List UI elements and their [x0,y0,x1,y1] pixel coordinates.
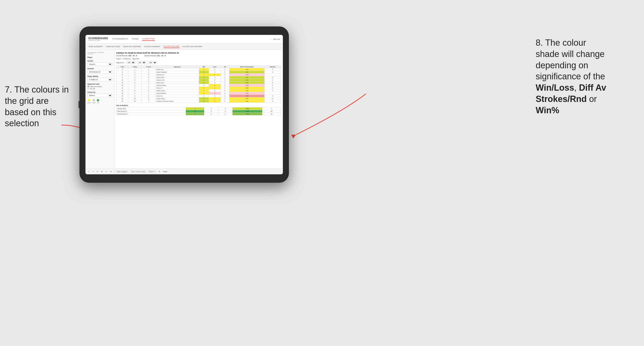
table-row: 1152Heejo Hyun1003.333 [116,82,281,84]
add-button[interactable]: ⊕ [110,171,112,173]
logo-sub: Powered by clippd [88,40,108,41]
tab-player-h2h-grid[interactable]: PLAYER H2H GRID [164,45,180,48]
colour-by-select[interactable]: Win/loss [88,94,112,97]
table-cell: 3 [141,74,156,76]
division-select[interactable]: NCAA Division III [88,70,112,74]
table-cell: 0 [209,95,221,97]
legend-level-label: Level [92,102,95,103]
share-button[interactable]: Share [162,171,168,173]
table-cell: 11 [116,82,128,84]
table-cell: Sharon Mun [156,76,199,79]
player-rank-select[interactable]: 8. Katelyn Vo [88,78,112,81]
filter-region: Region [116,58,121,60]
tab-team-h2h-heatmap[interactable]: TEAM H2H HEATMAP [123,45,141,48]
table-row: 1311Jessica Huang010-3.002 [116,84,281,87]
gender-select[interactable]: Women's [88,62,112,66]
toolbar: ↩ ↪ ⟳ ⊞ ✂· ⊕ View: Original Save Custom … [86,169,283,174]
table-cell: 0 [204,108,218,110]
table-cell: 0 [209,79,221,82]
table-row: 20117Federica Domecq Lacroze2101.336 [116,100,281,103]
legend-down-circle [88,99,90,101]
annotation-left-text: 7. The colours in the grid are based on … [5,85,68,128]
radio-top100[interactable]: Top 100 [88,88,112,89]
table-cell: 3.67 [230,76,264,79]
col-win: Win [199,66,209,68]
tablet-screen: SCOREBOARD Powered by clippd TOURNAMENTS… [86,35,283,174]
grid-button[interactable]: ⊞ [100,171,103,173]
opponent-filter-select[interactable]: (All) [148,61,157,64]
h2h-table: # Div # Reg # Conf Opponent Win Loss Tie… [116,65,281,103]
player-section: Player [88,56,112,58]
undo-button[interactable]: ↩ [88,171,90,173]
filter-conference: Conference [123,58,131,60]
watch-button[interactable]: Watch ▾ [148,170,156,173]
cut-button[interactable]: ✂· [105,171,108,173]
tab-team-h2h-grid[interactable]: TEAM H2H GRID [106,45,120,48]
bold-win-loss: Win/Loss [536,83,574,93]
out-of-division-table: Foreign Team1004.5002NAIA Division 11500… [116,107,281,115]
table-cell: 1 [220,68,229,71]
table-cell: 7 [141,100,156,103]
table-cell: 15 [186,110,204,113]
legend-level-circle [93,99,95,101]
table-cell: -1.00 [230,74,264,76]
table-cell: 2 [141,95,156,97]
table-cell: NAIA Division 1 [116,110,186,113]
division-section: Division NCAA Division III [88,68,112,74]
table-cell: 1 [199,82,209,84]
nav-committee[interactable]: COMMITTEE [142,37,155,41]
table-cell: 6 [128,79,141,82]
table-row: 1063Andrea York2004.004 [116,79,281,82]
table-cell: 4 [264,89,281,92]
table-cell: 9 [264,87,281,89]
content-area: Katelyn Vo Head-to-Head Grid for Women's… [114,50,283,169]
settings-button[interactable]: ⚙ [158,171,161,173]
table-cell: 15 [116,89,128,92]
table-cell: 0 [199,84,209,87]
overall-record: Overall Record: 353 - 34 - 6 [116,55,137,56]
table-cell: 1.25 [230,89,264,92]
bold-strokes-rnd: Strokes/Rnd [536,94,587,104]
conference-select[interactable]: (All) [137,61,146,64]
table-cell: 2 [128,71,141,74]
table-cell: 5 [116,71,128,74]
main-content: Last Updated: 27/03/202416:55:38 Player … [86,50,283,169]
tab-team-summary[interactable]: TEAM SUMMARY [88,45,103,48]
table-row: NCAA Division 25007.40010 [116,113,281,115]
view-original-button[interactable]: View: Original [116,170,128,173]
table-cell: 2 [141,82,156,84]
table-cell: 7 [128,87,141,89]
table-cell: 5 [141,89,156,92]
nav-teams[interactable]: TEAMS [132,37,139,41]
table-cell: 1 [209,74,221,76]
table-cell: 1 [128,76,141,79]
division-record: Division Record: 331 - 34 - 6 [144,55,166,56]
table-cell: 2 [264,84,281,87]
opponents-select[interactable]: (All) [126,61,135,64]
tab-player-summary[interactable]: PLAYER SUMMARY [144,45,160,48]
save-custom-view-button[interactable]: Save Custom View [130,170,146,173]
table-cell: Euna Lee [156,95,199,97]
table-cell: 5 [128,82,141,84]
table-cell: 0 [218,110,232,113]
radio-opponents-played[interactable]: Opponents Played [88,86,112,87]
col-tie: Tie [220,66,229,68]
table-cell: 0 [204,110,218,113]
refresh-button[interactable]: ⟳ [96,171,99,173]
table-cell: 0 [209,89,221,92]
table-cell: 0 [220,92,229,95]
table-cell: 9 [116,76,128,79]
redo-button[interactable]: ↪ [92,171,94,173]
table-row: 1474Eunice Yi2200.389 [116,87,281,89]
table-cell: 1 [209,84,221,87]
table-cell: 2 [264,95,281,97]
table-cell: 10 [116,79,128,82]
table-cell: 2 [199,100,209,103]
nav-tournaments[interactable]: TOURNAMENTS [112,37,128,41]
table-cell: 2 [141,71,156,74]
sign-out-link[interactable]: Sign out [273,38,280,40]
table-cell: 0 [218,113,232,115]
colour-by-label: Colour by [88,91,112,93]
colour-legend: Down Level Up [88,99,112,103]
tab-player-h2h-heatmap[interactable]: PLAYER H2H HEATMAP [182,45,203,48]
